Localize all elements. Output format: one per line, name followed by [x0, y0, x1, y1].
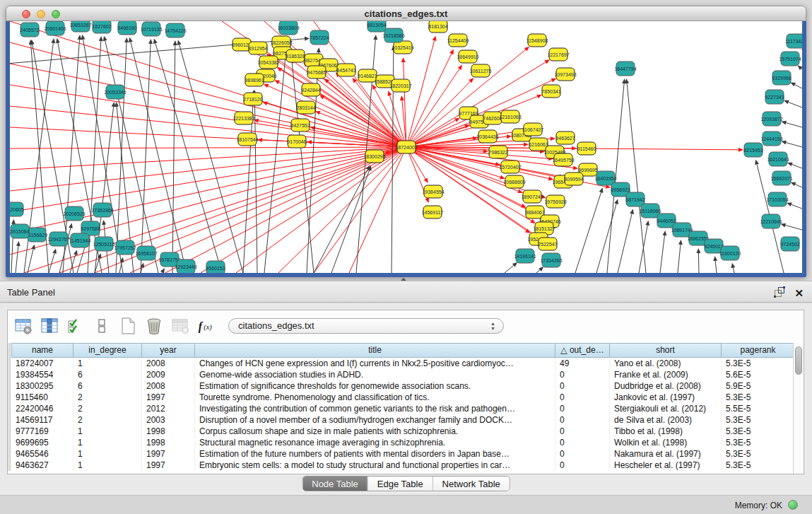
graph-node[interactable]: 19218586: [382, 28, 404, 42]
graph-node[interactable]: 12210646: [760, 214, 782, 228]
table-row[interactable]: 1938455462009Genome-wide association stu…: [11, 369, 795, 380]
table-row[interactable]: 977716911998Corpus callosum shape and si…: [11, 426, 795, 437]
table-row[interactable]: 1872400712008Changes of HCN gene express…: [11, 358, 795, 369]
table-row[interactable]: 1830029562008Estimation of significance …: [11, 380, 795, 392]
graph-node[interactable]: 12942757: [47, 232, 69, 246]
table-row[interactable]: 946554611997Estimation of the future num…: [11, 448, 795, 460]
column-header-out_de[interactable]: △ out_de…: [555, 343, 610, 358]
graph-node[interactable]: 15751074: [779, 52, 801, 66]
graph-node[interactable]: 12093872: [760, 112, 782, 126]
table-row[interactable]: 2242004622012Investigating the contribut…: [11, 403, 795, 414]
graph-node[interactable]: 2718120: [243, 93, 262, 105]
graph-node[interactable]: 11173423: [785, 34, 802, 48]
graph-node[interactable]: 14196141: [514, 249, 536, 263]
graph-node[interactable]: 9475685: [307, 66, 326, 78]
graph-node[interactable]: 9242844: [301, 83, 320, 96]
graph-node[interactable]: 19384554: [422, 185, 444, 198]
graph-node[interactable]: 8454743: [336, 64, 355, 76]
column-header-year[interactable]: year: [142, 343, 195, 358]
graph-node[interactable]: 16033809: [277, 21, 299, 35]
column-header-in_degree[interactable]: in_degree: [73, 343, 142, 358]
graph-node[interactable]: 15720407: [499, 160, 521, 173]
graph-node[interactable]: 16958107: [135, 246, 157, 260]
graph-node[interactable]: 16649910: [457, 50, 478, 63]
graph-node[interactable]: 8099594: [564, 173, 583, 185]
graph-node[interactable]: 9463627: [555, 132, 575, 144]
delete-table-icon[interactable]: [144, 316, 164, 336]
graph-node[interactable]: 7986322: [488, 146, 507, 158]
tab-edge-table[interactable]: Edge Table: [367, 477, 433, 491]
graph-node[interactable]: 8215953: [743, 143, 763, 157]
close-panel-icon[interactable]: ✕: [794, 287, 804, 300]
graph-node[interactable]: 20206526: [63, 206, 85, 221]
close-button[interactable]: [22, 10, 30, 18]
graph-node[interactable]: 14569117: [422, 206, 444, 218]
table-selector-dropdown[interactable]: citations_edges.txt ▲▼: [228, 318, 504, 334]
graph-node[interactable]: 10543382: [257, 56, 279, 69]
graph-node[interactable]: 20691406: [44, 21, 66, 35]
graph-node[interactable]: 16495758: [552, 153, 574, 166]
zoom-button[interactable]: [52, 10, 60, 18]
table-settings-icon[interactable]: [13, 316, 33, 336]
table-row[interactable]: 946362711997Embryonic stem cells: a mode…: [11, 460, 795, 471]
new-table-icon[interactable]: [118, 316, 138, 336]
column-header-pagerank[interactable]: pagerank: [722, 343, 795, 358]
graph-node[interactable]: 12444158: [760, 132, 782, 146]
graph-node[interactable]: 10719135: [140, 22, 162, 36]
delete-column-icon[interactable]: [170, 316, 190, 336]
tab-network-table[interactable]: Network Table: [433, 477, 510, 491]
graph-node[interactable]: 17334265: [540, 253, 562, 267]
graph-node[interactable]: 11451944: [69, 233, 91, 247]
graph-node[interactable]: 8186328: [286, 49, 305, 62]
graph-node[interactable]: 18907249: [521, 190, 543, 203]
graph-node[interactable]: 2405572: [20, 23, 39, 37]
graph-node[interactable]: 9329966: [772, 71, 791, 85]
graph-node[interactable]: 20364436: [476, 130, 498, 143]
graph-node[interactable]: 8813054: [367, 21, 386, 32]
graph-node[interactable]: 15692971: [770, 171, 792, 185]
graph-node[interactable]: 16210643: [767, 152, 789, 166]
graph-node[interactable]: 10653287: [69, 21, 91, 32]
table-row[interactable]: 911546021997Tourette syndrome. Phenomeno…: [11, 392, 795, 403]
table-row[interactable]: 1456911722003Disruption of a novel membe…: [11, 414, 795, 426]
float-panel-icon[interactable]: [773, 286, 786, 301]
graph-node[interactable]: 11067427: [522, 123, 544, 136]
graph-node[interactable]: 16447794: [614, 62, 636, 76]
graph-node[interactable]: 9227343: [765, 90, 784, 104]
graph-node[interactable]: 20053346: [104, 85, 126, 99]
minimize-button[interactable]: [37, 10, 45, 18]
table-scrollbar-thumb[interactable]: [795, 346, 802, 375]
graph-node[interactable]: 12923448: [175, 259, 196, 273]
graph-node[interactable]: 2803144: [296, 101, 315, 114]
column-header-short[interactable]: short: [610, 343, 722, 358]
graph-node[interactable]: 18107544: [236, 133, 258, 146]
graph-node[interactable]: 12213383: [233, 112, 254, 124]
window-titlebar[interactable]: citations_edges.txt: [6, 6, 806, 21]
graph-node[interactable]: 8181304: [428, 21, 447, 33]
graph-node[interactable]: 17353964: [91, 203, 113, 217]
graph-node[interactable]: 18220317: [389, 79, 411, 92]
graph-node[interactable]: 9560153: [206, 261, 225, 273]
graph-node[interactable]: 19756928: [544, 195, 566, 208]
select-rows-icon[interactable]: [66, 316, 86, 336]
graph-node[interactable]: 9170046: [287, 135, 306, 148]
graph-node[interactable]: 10611275: [470, 64, 492, 77]
graph-node[interactable]: 11600120: [719, 246, 741, 260]
graph-node[interactable]: 9898961: [245, 74, 264, 86]
split-rows-icon[interactable]: [92, 316, 112, 336]
graph-node[interactable]: 18300295: [363, 150, 385, 163]
function-builder-icon[interactable]: f(x): [196, 316, 216, 336]
graph-node[interactable]: 9115460: [577, 142, 596, 155]
graph-node[interactable]: 11254409: [447, 34, 469, 47]
graph-node[interactable]: 10973493: [554, 68, 576, 81]
table-scrollbar[interactable]: [793, 343, 804, 474]
graph-node[interactable]: 11548908: [526, 34, 548, 47]
graph-node[interactable]: 10688609: [503, 175, 525, 188]
graph-node[interactable]: 10325419: [392, 41, 413, 54]
graph-node[interactable]: 9724502: [780, 237, 799, 251]
graph-node[interactable]: 12161063: [499, 110, 521, 123]
tab-node-table[interactable]: Node Table: [302, 477, 367, 491]
graph-node[interactable]: 3915084: [10, 224, 29, 238]
table-row[interactable]: 969969511998Structural magnetic resonanc…: [11, 437, 795, 448]
graph-node[interactable]: 2520605: [10, 202, 24, 216]
